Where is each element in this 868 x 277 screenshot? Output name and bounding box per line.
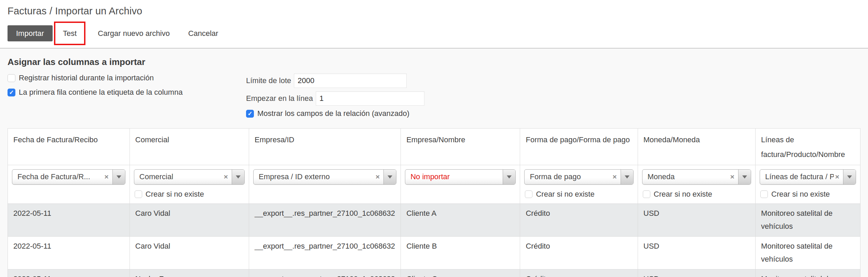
start-line-input[interactable]	[316, 91, 424, 106]
create-if-not-exists-checkbox[interactable]	[525, 190, 532, 198]
selected-field-label: Forma de pago	[525, 172, 611, 181]
cell-currency: USD	[638, 236, 755, 269]
selected-field-label: Fecha de Factura/R...	[12, 172, 103, 181]
file-column-header: Líneas de factura/Producto/Nombre	[756, 129, 860, 165]
file-column-header: Moneda/Moneda	[638, 129, 755, 165]
file-column-header: Fecha de Factura/Recibo	[8, 129, 130, 165]
mapping-cell: Fecha de Factura/R... ×	[8, 165, 130, 203]
file-column-header: Forma de pago/Forma de pago	[520, 129, 638, 165]
dropdown-arrow-icon[interactable]	[503, 170, 515, 184]
import-button[interactable]: Importar	[8, 25, 53, 41]
selected-field-label: Comercial	[134, 172, 222, 181]
upload-new-file-button[interactable]: Cargar nuevo archivo	[92, 25, 176, 41]
dropdown-arrow-icon[interactable]	[843, 170, 856, 184]
page-header: Facturas / Importar un Archivo Importar …	[0, 0, 868, 41]
cell-partner-id: __export__.res_partner_27100_1c068632	[249, 269, 401, 277]
selected-field-label: Líneas de factura / P...	[760, 172, 834, 181]
show-relational-label: Mostrar los campos de la relación (avanz…	[257, 109, 409, 118]
create-if-not-exists-checkbox[interactable]	[760, 190, 768, 198]
file-header-row: Fecha de Factura/Recibo Comercial Empres…	[8, 129, 860, 165]
table-row: 2022-05-11 Nacho Rosas __export__.res_pa…	[8, 269, 860, 277]
batch-limit-label: Límite de lote	[246, 76, 291, 85]
table-row: 2022-05-11 Caro Vidal __export__.res_par…	[8, 236, 860, 269]
clear-selection-icon[interactable]: ×	[374, 173, 383, 181]
mapping-cell: No importar	[401, 165, 520, 203]
track-history-option: Registrar historial durante la importaci…	[8, 74, 246, 82]
cell-partner-name: Cliente A	[401, 203, 520, 236]
create-if-not-exists-option: Crear si no existe	[135, 190, 245, 199]
cell-invoice-date: 2022-05-11	[8, 203, 130, 236]
cell-product-name: Monitoreo satelital de vehículos	[756, 269, 860, 277]
file-column-header: Comercial	[130, 129, 249, 165]
cell-product-name: Monitoreo satelital de vehículos	[756, 236, 860, 269]
start-line-label: Empezar en la línea	[246, 94, 313, 103]
create-if-not-exists-option: Crear si no existe	[643, 190, 751, 199]
cell-salesperson: Caro Vidal	[130, 203, 249, 236]
mapping-cell: Líneas de factura / P... × Crear si no e…	[756, 165, 860, 203]
options-right-column: Límite de lote Empezar en la línea Mostr…	[246, 74, 424, 121]
create-if-not-exists-option: Crear si no existe	[760, 190, 856, 199]
batch-limit-input[interactable]	[294, 74, 407, 88]
selected-field-label: Moneda	[642, 172, 729, 181]
import-options: Registrar historial durante la importaci…	[8, 74, 860, 121]
field-mapping-select[interactable]: Fecha de Factura/R... ×	[12, 169, 125, 185]
field-mapping-select[interactable]: Forma de pago ×	[524, 169, 633, 185]
clear-selection-icon[interactable]: ×	[222, 173, 232, 181]
annotation-highlight-box: Test	[54, 22, 85, 45]
selected-field-label: No importar	[405, 172, 503, 181]
create-if-not-exists-checkbox[interactable]	[643, 190, 650, 198]
cell-product-name: Monitoreo satelital de vehículos	[756, 203, 860, 236]
cell-invoice-date: 2022-05-11	[8, 236, 130, 269]
dropdown-arrow-icon[interactable]	[621, 170, 633, 184]
dropdown-arrow-icon[interactable]	[112, 170, 125, 184]
cell-invoice-date: 2022-05-11	[8, 269, 130, 277]
clear-selection-icon[interactable]: ×	[611, 173, 621, 181]
clear-selection-icon[interactable]: ×	[103, 173, 112, 181]
cell-salesperson: Caro Vidal	[130, 236, 249, 269]
field-mapping-select[interactable]: Líneas de factura / P... ×	[760, 169, 856, 185]
mapping-cell: Empresa / ID externo ×	[249, 165, 401, 203]
file-column-header: Empresa/Nombre	[401, 129, 520, 165]
field-mapping-select[interactable]: Moneda ×	[642, 169, 751, 185]
cell-partner-id: __export__.res_partner_27100_1c068632	[249, 203, 401, 236]
mapping-cell: Forma de pago × Crear si no existe	[520, 165, 638, 203]
first-row-headers-checkbox[interactable]	[8, 89, 15, 96]
dropdown-arrow-icon[interactable]	[232, 170, 244, 184]
dropdown-arrow-icon[interactable]	[383, 170, 396, 184]
batch-limit-row: Límite de lote	[246, 74, 424, 88]
field-mapping-select-no-import[interactable]: No importar	[405, 169, 516, 185]
clear-selection-icon[interactable]: ×	[729, 173, 738, 181]
toolbar: Importar Test Cargar nuevo archivo Cance…	[8, 25, 860, 41]
track-history-label: Registrar historial durante la importaci…	[19, 74, 154, 82]
show-relational-option: Mostrar los campos de la relación (avanz…	[246, 109, 424, 118]
clear-selection-icon[interactable]: ×	[834, 173, 843, 181]
first-row-headers-option: La primera fila contiene la etiqueta de …	[8, 88, 246, 97]
create-if-not-exists-label: Crear si no existe	[536, 190, 594, 199]
mapping-cell: Comercial × Crear si no existe	[130, 165, 249, 203]
start-line-row: Empezar en la línea	[246, 91, 424, 106]
test-button[interactable]: Test	[57, 25, 83, 41]
create-if-not-exists-label: Crear si no existe	[654, 190, 712, 199]
cell-partner-name: Cliente B	[401, 236, 520, 269]
field-mapping-select[interactable]: Comercial ×	[134, 169, 245, 185]
dropdown-arrow-icon[interactable]	[738, 170, 751, 184]
options-left-column: Registrar historial durante la importaci…	[8, 74, 246, 121]
breadcrumb: Facturas / Importar un Archivo	[8, 5, 860, 17]
table-row: 2022-05-11 Caro Vidal __export__.res_par…	[8, 203, 860, 236]
cancel-button[interactable]: Cancelar	[182, 25, 225, 41]
cell-currency: USD	[638, 203, 755, 236]
import-mapping-table: Fecha de Factura/Recibo Comercial Empres…	[8, 128, 860, 277]
cell-partner-name: Cliente C	[401, 269, 520, 277]
create-if-not-exists-checkbox[interactable]	[135, 190, 142, 198]
cell-partner-id: __export__.res_partner_27100_1c068632	[249, 236, 401, 269]
mapping-row: Fecha de Factura/R... × Comercial × Crea…	[8, 165, 860, 203]
import-panel: Asignar las columnas a importar Registra…	[0, 48, 868, 277]
section-heading: Asignar las columnas a importar	[8, 57, 860, 67]
show-relational-checkbox[interactable]	[246, 110, 254, 118]
track-history-checkbox[interactable]	[8, 74, 15, 82]
selected-field-label: Empresa / ID externo	[254, 172, 374, 181]
field-mapping-select[interactable]: Empresa / ID externo ×	[253, 169, 396, 185]
file-column-header: Empresa/ID	[249, 129, 401, 165]
create-if-not-exists-label: Crear si no existe	[146, 190, 204, 199]
cell-payment-method: Crédito	[520, 203, 638, 236]
